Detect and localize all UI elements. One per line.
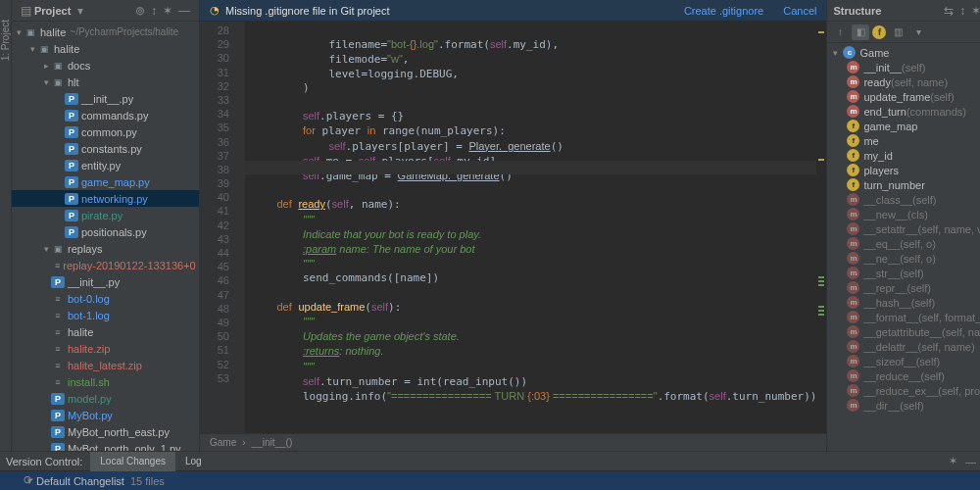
structure-opt2-icon[interactable]: ↕ [959, 4, 965, 18]
python-file-icon: P [65, 210, 78, 221]
structure-opt1-icon[interactable]: ⇆ [944, 4, 954, 18]
cancel-link[interactable]: Cancel [783, 5, 816, 17]
structure-item[interactable]: fme [827, 133, 980, 148]
structure-item[interactable]: m__dir__(self) [827, 398, 980, 413]
hide-icon[interactable]: — [178, 4, 190, 18]
structure-item[interactable]: fplayers [827, 163, 980, 177]
file-name: hlt [68, 76, 79, 88]
tree-row[interactable]: Ppirate.py [12, 207, 199, 223]
left-tool-strip[interactable]: 1: Project [0, 0, 12, 451]
file-name: bot-0.log [68, 293, 110, 305]
structure-item[interactable]: fturn_number [827, 177, 980, 192]
breadcrumb-class[interactable]: Game [210, 437, 236, 448]
structure-tree[interactable]: ▾ c Game m__init__(self)mready(self, nam… [827, 43, 980, 451]
member-name: __class__ [863, 194, 912, 206]
file-name: positionals.py [81, 226, 147, 238]
structure-item[interactable]: m__sizeof__(self) [827, 354, 980, 368]
project-dropdown-icon[interactable]: ▾ [77, 4, 83, 18]
editor-markers[interactable] [816, 22, 826, 433]
structure-class-row[interactable]: ▾ c Game [827, 45, 980, 60]
tree-root[interactable]: ▾ ▣ halite ~/PycharmProjects/halite [12, 24, 199, 40]
tree-row[interactable]: PMyBot.py [12, 407, 199, 423]
filter3-icon[interactable]: ▾ [909, 24, 927, 40]
member-name: me [863, 135, 878, 147]
filter1-icon[interactable]: ◧ [852, 24, 869, 40]
expand-arrow-icon[interactable]: ▾ [41, 77, 51, 87]
structure-item[interactable]: mready(self, name) [827, 74, 980, 89]
structure-item[interactable]: m__format__(self, format_spec) [827, 310, 980, 324]
structure-item[interactable]: fmy_id [827, 148, 980, 163]
structure-item[interactable]: mupdate_frame(self) [827, 89, 980, 104]
method-icon: m [847, 61, 859, 74]
structure-item[interactable]: m__reduce_ex__(self, protocol) [827, 383, 980, 398]
structure-item[interactable]: m__getattribute__(self, name) [827, 324, 980, 339]
tree-row[interactable]: ≡bot-1.log [12, 307, 199, 323]
tree-row[interactable]: P__init__.py [12, 90, 199, 107]
tree-row[interactable]: ▾▣hlt [12, 74, 199, 90]
structure-item[interactable]: m__ne__(self, o) [827, 251, 980, 266]
member-args: (self, protocol) [938, 385, 980, 397]
tree-row[interactable]: PMyBot_north_only_1.py [12, 440, 199, 451]
refresh-icon[interactable]: ⟳ [24, 473, 33, 487]
tree-row[interactable]: PMyBot_north_east.py [12, 423, 199, 440]
tree-row[interactable]: Pconstants.py [12, 140, 199, 157]
expand-arrow-icon[interactable]: ▾ [27, 44, 37, 54]
tree-row[interactable]: Pcommands.py [12, 107, 199, 123]
structure-item[interactable]: m__init__(self) [827, 60, 980, 74]
notification-text: Missing .gitignore file in Git project [225, 5, 390, 17]
tree-row[interactable]: ≡replay-20190122-133136+0 [12, 257, 199, 273]
filter2-icon[interactable]: ▥ [889, 24, 906, 40]
expand-arrow-icon[interactable]: ▾ [41, 244, 51, 254]
method-icon: m [847, 325, 859, 338]
tree-row[interactable]: ▾▣halite [12, 40, 199, 57]
sort-icon[interactable]: ↕ [831, 24, 849, 40]
tree-row[interactable]: ≡halite [12, 323, 199, 340]
tree-row[interactable]: Pcommon.py [12, 123, 199, 140]
tree-row[interactable]: Pnetworking.py [12, 190, 199, 207]
file-name: bot-1.log [68, 310, 110, 321]
tree-row[interactable]: ≡bot-0.log [12, 290, 199, 307]
structure-item[interactable]: fgame_map [827, 119, 980, 133]
tree-row[interactable]: P__init__.py [12, 273, 199, 290]
structure-item[interactable]: m__eq__(self, o) [827, 236, 980, 251]
settings-icon[interactable]: ✶ [163, 4, 172, 18]
project-tool-tab[interactable]: 1: Project [0, 20, 11, 61]
structure-item[interactable]: m__class__(self) [827, 192, 980, 207]
structure-item[interactable]: m__new__(cls) [827, 207, 980, 221]
expand-arrow-icon[interactable]: ▾ [14, 27, 24, 37]
expand-arrow-icon[interactable]: ▾ [833, 48, 843, 58]
structure-item[interactable]: m__repr__(self) [827, 280, 980, 295]
structure-item[interactable]: m__setattr__(self, name, value) [827, 221, 980, 236]
tree-row[interactable]: Pgame_map.py [12, 173, 199, 190]
tree-row[interactable]: ▸▣docs [12, 57, 199, 74]
expand-arrow-icon[interactable]: ▸ [41, 61, 51, 71]
vcs-settings-icon[interactable]: ✶ [949, 455, 957, 467]
tree-row[interactable]: ≡install.sh [12, 373, 199, 390]
tree-row[interactable]: ≡halite.zip [12, 340, 199, 357]
structure-item[interactable]: m__delattr__(self, name) [827, 339, 980, 354]
changelist-row[interactable]: ▾ Default Changelist 15 files [0, 471, 980, 490]
structure-item[interactable]: m__reduce__(self) [827, 368, 980, 383]
local-changes-tab[interactable]: Local Changes [90, 452, 175, 471]
structure-item[interactable]: m__hash__(self) [827, 295, 980, 310]
vcs-hide-icon[interactable]: — [965, 456, 976, 467]
log-tab[interactable]: Log [175, 452, 212, 471]
collapse-icon[interactable]: ↕ [151, 4, 157, 18]
tree-row[interactable]: ▾▣replays [12, 240, 199, 257]
tree-row[interactable]: Pmodel.py [12, 390, 199, 407]
breadcrumb-method[interactable]: __init__() [252, 437, 293, 448]
project-panel-header: ▤ Project ▾ ⊚ ↕ ✶ — [12, 0, 199, 22]
breadcrumb[interactable]: Game › __init__() [200, 433, 826, 451]
structure-item[interactable]: m__str__(self) [827, 266, 980, 280]
create-gitignore-link[interactable]: Create .gitignore [684, 5, 763, 17]
fields-filter-icon[interactable]: f [872, 25, 886, 39]
locate-icon[interactable]: ⊚ [135, 4, 145, 18]
tree-row[interactable]: Ppositionals.py [12, 223, 199, 240]
editor-gutter[interactable]: 2829303132333435363738394041424344454647… [200, 22, 245, 433]
structure-settings-icon[interactable]: ✶ [971, 4, 980, 18]
project-tree[interactable]: ▾ ▣ halite ~/PycharmProjects/halite ▾▣ha… [12, 22, 199, 451]
structure-item[interactable]: mend_turn(commands) [827, 104, 980, 119]
tree-row[interactable]: ≡halite_latest.zip [12, 357, 199, 373]
tree-row[interactable]: Pentity.py [12, 157, 199, 173]
code-editor[interactable]: filename="bot-{}.log".format(self.my_id)… [245, 22, 816, 433]
